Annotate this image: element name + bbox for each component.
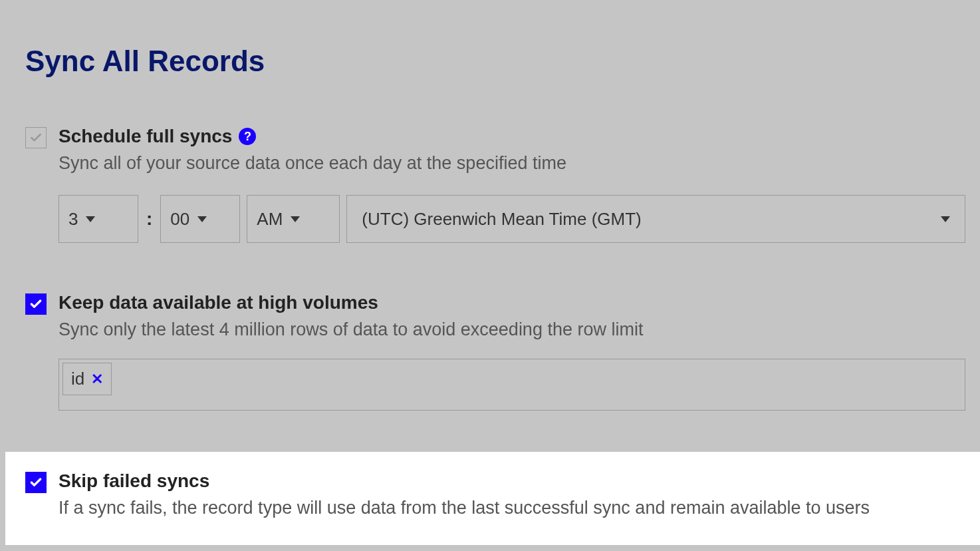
hour-select[interactable]: 3 xyxy=(59,195,138,243)
skip-failed-label: Skip failed syncs xyxy=(59,470,965,492)
tag-id: id ✕ xyxy=(62,363,112,395)
minute-value: 00 xyxy=(170,209,189,230)
close-icon[interactable]: ✕ xyxy=(91,371,103,388)
chevron-down-icon xyxy=(197,216,207,222)
schedule-label: Schedule full syncs xyxy=(59,126,232,147)
keep-data-label: Keep data available at high volumes xyxy=(59,292,965,313)
schedule-section: Schedule full syncs ? Sync all of your s… xyxy=(25,118,965,251)
period-select[interactable]: AM xyxy=(247,195,340,243)
period-value: AM xyxy=(257,209,283,230)
chevron-down-icon xyxy=(941,216,950,222)
skip-failed-section: Skip failed syncs If a sync fails, the r… xyxy=(5,452,980,545)
keep-data-section: Keep data available at high volumes Sync… xyxy=(25,284,965,419)
timezone-value: (UTC) Greenwich Mean Time (GMT) xyxy=(362,209,641,230)
chevron-down-icon xyxy=(86,216,95,222)
page-title: Sync All Records xyxy=(25,45,965,78)
help-icon[interactable]: ? xyxy=(239,128,256,145)
keep-data-checkbox[interactable] xyxy=(25,293,47,315)
tag-label: id xyxy=(71,369,84,389)
hour-value: 3 xyxy=(68,209,78,230)
schedule-desc: Sync all of your source data once each d… xyxy=(59,151,965,176)
chevron-down-icon xyxy=(291,216,300,222)
check-icon xyxy=(29,297,43,311)
keep-data-desc: Sync only the latest 4 million rows of d… xyxy=(59,317,965,343)
check-icon xyxy=(29,476,43,489)
time-colon: : xyxy=(145,208,154,230)
minute-select[interactable]: 00 xyxy=(160,195,240,243)
skip-failed-desc: If a sync fails, the record type will us… xyxy=(59,496,965,521)
skip-failed-checkbox[interactable] xyxy=(25,472,47,493)
check-icon xyxy=(29,131,43,144)
tag-container[interactable]: id ✕ xyxy=(59,359,965,411)
timezone-select[interactable]: (UTC) Greenwich Mean Time (GMT) xyxy=(346,195,965,243)
schedule-checkbox[interactable] xyxy=(25,127,47,148)
